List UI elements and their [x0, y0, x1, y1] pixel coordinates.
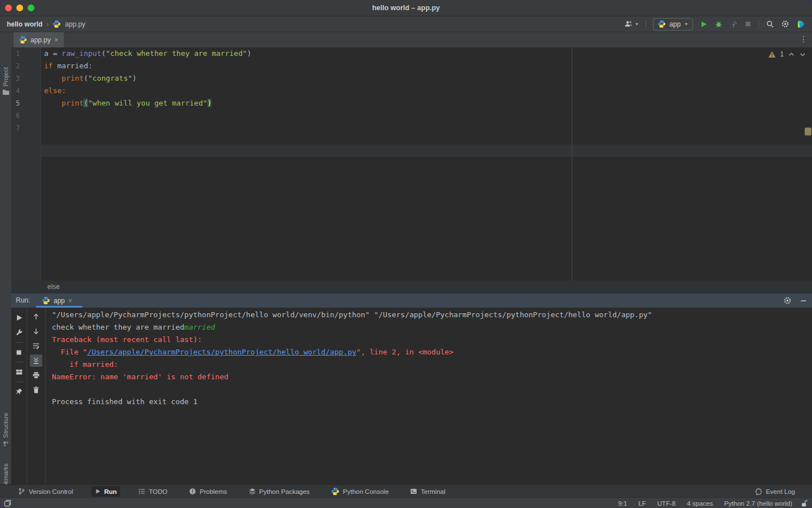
next-warning-chevron-down-icon[interactable] — [799, 51, 806, 58]
code-line: if married: — [44, 60, 251, 72]
sidebar-item-structure[interactable]: Structure — [0, 413, 11, 447]
breadcrumb-project[interactable]: hello world — [7, 20, 42, 28]
sidebar-item-project[interactable]: Project — [0, 67, 11, 95]
toolwindow-button-python-packages[interactable]: Python Packages — [245, 486, 314, 497]
code-token — [44, 74, 61, 82]
status-item[interactable]: UTF-8 — [657, 500, 676, 507]
code-token: print — [61, 99, 83, 107]
pin-icon — [15, 388, 23, 396]
close-tab-icon[interactable]: × — [54, 36, 59, 43]
chevron-right-icon: › — [46, 20, 48, 28]
python-icon — [42, 296, 50, 305]
line-number: 2 — [16, 60, 27, 72]
line-number: 1 — [16, 47, 27, 60]
print-button[interactable] — [32, 368, 40, 383]
stop-button — [15, 345, 23, 360]
breadcrumb-file[interactable]: app.py — [65, 20, 85, 28]
toolbar-separator — [15, 382, 23, 382]
pin-tab-button[interactable] — [15, 384, 23, 399]
status-item[interactable]: 9:1 — [618, 500, 627, 507]
code-editor[interactable]: 1234567 a = raw_input("check whether the… — [11, 47, 812, 281]
toolbar-separator — [646, 20, 646, 29]
warning-triangle-icon — [768, 51, 776, 58]
settings-gear-icon[interactable] — [781, 20, 789, 28]
rerun-button[interactable] — [15, 310, 23, 325]
status-item[interactable]: 4 spaces — [687, 500, 713, 507]
bottom-toolwindow-bar: Version ControlRunTODOProblemsPython Pac… — [0, 484, 812, 498]
soft-wrap-icon — [32, 342, 40, 350]
todo-icon — [138, 488, 145, 495]
code-token: married: — [53, 62, 92, 70]
search-everywhere-icon[interactable] — [766, 20, 774, 28]
line-number: 4 — [16, 85, 27, 97]
event-log-balloon-icon — [754, 488, 762, 496]
console-text: File " — [52, 348, 87, 356]
toolwindow-switcher-icon[interactable] — [0, 499, 12, 507]
console-line: check whether they are marriedmarried — [52, 321, 652, 334]
toolwindow-button-python-console[interactable]: Python Console — [328, 486, 392, 497]
console-line: Traceback (most recent call last): — [52, 334, 652, 346]
status-item[interactable]: Python 2.7 (hello world) — [724, 500, 792, 507]
hide-toolwindow-icon[interactable] — [800, 297, 807, 305]
scrollbar-warning-mark[interactable] — [805, 128, 811, 135]
code-token: "congrats" — [88, 74, 132, 82]
previous-warning-chevron-up-icon[interactable] — [788, 51, 795, 58]
code-line: else: — [44, 85, 251, 97]
event-log-button[interactable]: Event Log — [754, 488, 812, 496]
code-token: ) — [208, 99, 212, 107]
toolwindow-button-label: Terminal — [421, 488, 445, 495]
console-file-link[interactable]: /Users/apple/PycharmProjects/pythonProje… — [87, 348, 356, 356]
rerun-icon — [15, 314, 23, 322]
toolwindow-button-version-control[interactable]: Version Control — [15, 486, 77, 497]
python-file-icon — [19, 36, 27, 44]
status-item[interactable]: LF — [638, 500, 646, 507]
clear-all-button[interactable] — [32, 383, 40, 397]
folder-icon — [2, 89, 10, 95]
scroll-end-icon — [32, 357, 40, 365]
breadcrumb-else[interactable]: else — [47, 281, 60, 294]
run-button[interactable] — [700, 20, 708, 28]
line-number: 5 — [16, 97, 27, 110]
close-run-tab-icon[interactable]: × — [68, 297, 72, 305]
console-line: Process finished with exit code 1 — [52, 396, 652, 408]
run-configuration-select[interactable]: app ▼ — [653, 18, 693, 30]
run-toolwindow-header: Run: app × — [11, 294, 812, 308]
debug-button[interactable] — [714, 20, 723, 28]
navigation-bar: hello world › app.py ▼ app ▼ — [0, 16, 812, 32]
toolwindow-button-run[interactable]: Run — [91, 486, 120, 497]
tab-app-py[interactable]: app.py × — [14, 32, 64, 47]
lock-icon[interactable] — [792, 500, 812, 507]
run-settings-gear-icon[interactable] — [783, 296, 792, 305]
toolwindow-button-problems[interactable]: Problems — [186, 486, 231, 497]
tab-options-kebab-icon[interactable]: ⋮ — [800, 34, 807, 43]
console-output[interactable]: "/Users/apple/PycharmProjects/pythonProj… — [52, 309, 652, 408]
soft-wrap-button[interactable] — [32, 339, 40, 353]
toolwindow-button-todo[interactable]: TODO — [135, 486, 171, 497]
sidebar-item-label: Project — [2, 67, 9, 86]
trash-icon — [32, 386, 40, 394]
toolwindow-button-terminal[interactable]: Terminal — [407, 486, 448, 497]
console-text: if married: — [52, 360, 118, 369]
restore-layout-button[interactable] — [15, 365, 23, 379]
toolwindow-button-label: Run — [104, 488, 117, 495]
window-title: hello world – app.py — [0, 0, 812, 16]
code-token: ) — [133, 74, 137, 82]
pycharm-window: hello world – app.py hello world › app.p… — [0, 0, 812, 508]
scroll-to-end-button[interactable] — [30, 354, 42, 367]
toolwindow-button-label: TODO — [149, 488, 167, 495]
editor-tab-bar: app.py × ⋮ — [11, 32, 812, 48]
up-stacktrace-button[interactable] — [32, 309, 40, 324]
console-line: NameError: name 'married' is not defined — [52, 371, 652, 383]
code-area: a = raw_input("check whether they are ma… — [44, 47, 251, 134]
python-icon — [331, 487, 339, 496]
code-line: a = raw_input("check whether they are ma… — [44, 47, 251, 60]
code-token: a = — [44, 49, 61, 58]
editor-breadcrumb-bar: else — [11, 281, 812, 294]
down-stacktrace-button[interactable] — [32, 324, 40, 339]
code-with-me-users-icon[interactable]: ▼ — [624, 20, 639, 28]
jetbrains-gradient-icon[interactable] — [796, 20, 805, 29]
inspection-widget[interactable]: 1 — [768, 50, 806, 58]
edit-configuration-button[interactable] — [15, 325, 23, 340]
code-token: print — [61, 74, 83, 82]
wrench-icon — [15, 329, 23, 336]
